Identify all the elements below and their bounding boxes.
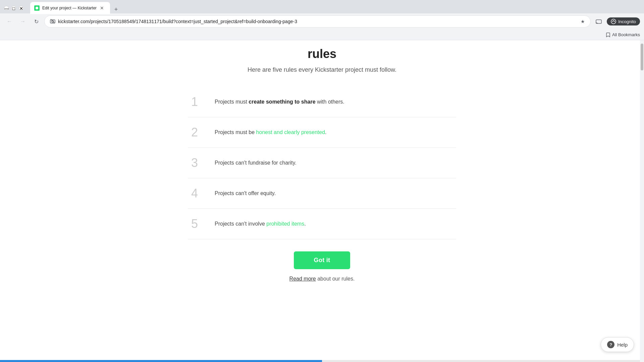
help-label: Help bbox=[617, 342, 628, 348]
cast-button[interactable] bbox=[593, 16, 604, 27]
svg-point-0 bbox=[36, 7, 38, 9]
bookmark-icon[interactable]: ★ bbox=[581, 19, 585, 24]
scrollbar-area bbox=[640, 40, 644, 362]
got-it-button[interactable]: Got it bbox=[294, 251, 351, 269]
rule-item-2: 2 Projects must be honest and clearly pr… bbox=[188, 117, 456, 148]
rule-item-5: 5 Projects can't involve prohibited item… bbox=[188, 209, 456, 239]
browser-toolbar: ← → ↻ kickstarter.com/projects/170518854… bbox=[0, 13, 644, 29]
rule-number-2: 2 bbox=[188, 125, 201, 139]
browser-chrome: — □ ✕ Edit your project — Kickstarter ✕ … bbox=[0, 0, 644, 40]
all-bookmarks-label: All Bookmarks bbox=[612, 32, 640, 37]
rule-2-link[interactable]: honest and clearly presented bbox=[256, 129, 325, 135]
toolbar-right: Incognito bbox=[593, 16, 640, 27]
address-bar[interactable]: kickstarter.com/projects/1705188549/1748… bbox=[44, 15, 591, 27]
rule-number-1: 1 bbox=[188, 95, 201, 109]
reload-button[interactable]: ↻ bbox=[31, 16, 42, 27]
tab-favicon bbox=[34, 5, 40, 11]
read-more-suffix: about our rules. bbox=[316, 276, 355, 282]
help-button[interactable]: ? Help bbox=[601, 337, 634, 352]
camera-off-icon bbox=[50, 18, 55, 25]
read-more-link[interactable]: Read more bbox=[289, 276, 316, 282]
rule-1-text-after: with others. bbox=[316, 99, 344, 105]
tab-close-button[interactable]: ✕ bbox=[99, 5, 105, 11]
bookmarks-bar: All Bookmarks bbox=[0, 29, 644, 40]
rule-5-text-after: . bbox=[304, 221, 306, 227]
rule-3-text: Projects can't fundraise for charity. bbox=[215, 160, 297, 166]
incognito-label: Incognito bbox=[618, 19, 636, 24]
scrollbar-thumb[interactable] bbox=[641, 44, 643, 70]
help-icon: ? bbox=[607, 341, 614, 348]
page-heading: rules bbox=[138, 47, 506, 61]
rule-item-3: 3 Projects can't fundraise for charity. bbox=[188, 148, 456, 178]
tab-bar: Edit your project — Kickstarter ✕ + bbox=[26, 2, 125, 14]
back-button[interactable]: ← bbox=[4, 16, 15, 27]
rule-item-4: 4 Projects can't offer equity. bbox=[188, 178, 456, 209]
bottom-bar-fill bbox=[0, 360, 322, 362]
page-inner: rules Here are five rules every Kickstar… bbox=[124, 40, 520, 315]
address-left-icons bbox=[50, 18, 55, 25]
window-controls: — □ ✕ bbox=[4, 6, 23, 10]
page-subtitle: Here are five rules every Kickstarter pr… bbox=[138, 66, 506, 73]
rule-number-4: 4 bbox=[188, 186, 201, 200]
new-tab-button[interactable]: + bbox=[111, 5, 121, 14]
active-tab[interactable]: Edit your project — Kickstarter ✕ bbox=[30, 2, 110, 14]
rule-1-text-before: Projects must bbox=[215, 99, 249, 105]
close-button[interactable]: ✕ bbox=[19, 6, 23, 10]
rule-5-link[interactable]: prohibited items bbox=[266, 221, 304, 227]
page-content: rules Here are five rules every Kickstar… bbox=[0, 40, 644, 362]
rule-number-3: 3 bbox=[188, 156, 201, 170]
rule-text-5: Projects can't involve prohibited items. bbox=[215, 220, 306, 228]
all-bookmarks[interactable]: All Bookmarks bbox=[605, 32, 640, 38]
tab-title: Edit your project — Kickstarter bbox=[42, 6, 97, 10]
rule-2-text-before: Projects must be bbox=[215, 129, 256, 135]
restore-button[interactable]: □ bbox=[11, 6, 16, 10]
bottom-bar bbox=[0, 360, 644, 362]
rule-text-1: Projects must create something to share … bbox=[215, 98, 344, 106]
incognito-badge: Incognito bbox=[607, 17, 640, 25]
svg-point-5 bbox=[611, 19, 616, 24]
forward-button[interactable]: → bbox=[17, 16, 28, 27]
url-display: kickstarter.com/projects/1705188549/1748… bbox=[58, 19, 578, 24]
rule-2-text-after: . bbox=[325, 129, 326, 135]
rule-5-text-before: Projects can't involve bbox=[215, 221, 266, 227]
address-right-icons: ★ bbox=[581, 19, 585, 24]
rule-text-4: Projects can't offer equity. bbox=[215, 189, 276, 197]
rule-item-1: 1 Projects must create something to shar… bbox=[188, 87, 456, 117]
rule-4-text: Projects can't offer equity. bbox=[215, 190, 276, 196]
minimize-button[interactable]: — bbox=[4, 6, 9, 10]
read-more-line: Read more about our rules. bbox=[138, 276, 506, 282]
rule-number-5: 5 bbox=[188, 217, 201, 231]
svg-point-6 bbox=[613, 20, 614, 21]
browser-titlebar: — □ ✕ Edit your project — Kickstarter ✕ … bbox=[0, 0, 644, 13]
rule-1-text-bold: create something to share bbox=[249, 99, 315, 105]
rule-text-3: Projects can't fundraise for charity. bbox=[215, 159, 297, 167]
rules-list: 1 Projects must create something to shar… bbox=[188, 87, 456, 239]
rule-text-2: Projects must be honest and clearly pres… bbox=[215, 128, 327, 136]
